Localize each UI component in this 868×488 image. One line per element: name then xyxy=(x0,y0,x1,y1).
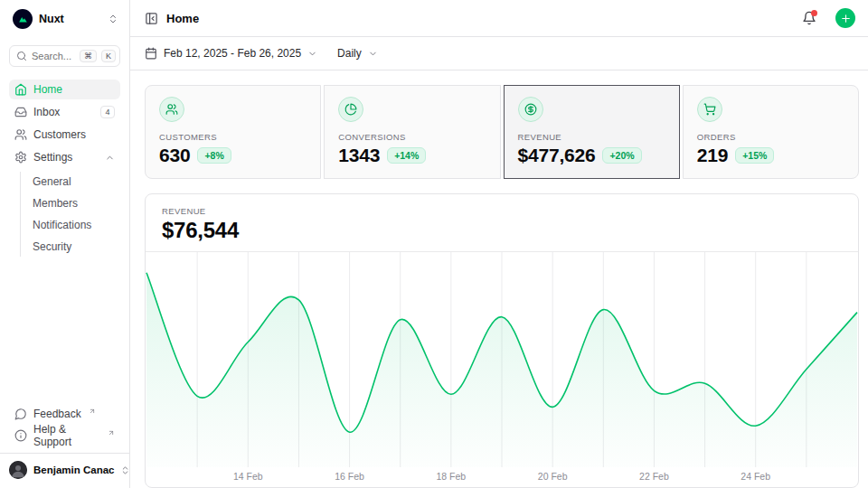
date-range-picker[interactable]: Feb 12, 2025 - Feb 26, 2025 xyxy=(145,47,317,60)
stat-delta-badge: +14% xyxy=(387,147,426,164)
stat-label: ORDERS xyxy=(697,132,844,142)
app-window: Nuxt ⌘ K Home Inbox 4 xyxy=(0,0,868,488)
stat-value: 1343 xyxy=(338,145,380,166)
sidebar-item-members[interactable]: Members xyxy=(29,193,120,213)
chart-metric-label: REVENUE xyxy=(162,206,842,216)
sidebar-item-security[interactable]: Security xyxy=(29,237,120,257)
page-header: Home xyxy=(130,0,868,37)
chevrons-up-down-icon xyxy=(108,14,118,24)
sidebar-spacer xyxy=(9,257,120,404)
dollar-circle-icon xyxy=(518,97,543,122)
stat-value: 630 xyxy=(159,145,190,166)
external-link-icon xyxy=(89,408,96,415)
nav-label: Help & Support xyxy=(33,423,100,448)
stat-delta-badge: +15% xyxy=(735,147,774,164)
workspace-selector[interactable]: Nuxt xyxy=(9,7,120,31)
stat-delta-badge: +20% xyxy=(602,147,641,164)
stat-delta-badge: +8% xyxy=(197,147,231,164)
stat-label: REVENUE xyxy=(518,132,665,142)
stat-label: CONVERSIONS xyxy=(338,132,486,142)
external-link-icon xyxy=(108,429,115,436)
content-area: CUSTOMERS 630 +8% CONVERSIONS 1343 +14% xyxy=(130,70,868,488)
search-box[interactable]: ⌘ K xyxy=(9,45,120,67)
filter-toolbar: Feb 12, 2025 - Feb 26, 2025 Daily xyxy=(130,37,868,70)
chevron-down-icon xyxy=(368,49,378,59)
nuxt-logo-icon xyxy=(13,9,33,29)
kbd-cmd: ⌘ xyxy=(80,50,97,62)
date-range-label: Feb 12, 2025 - Feb 26, 2025 xyxy=(164,47,301,60)
sidebar-item-home[interactable]: Home xyxy=(9,80,120,99)
stat-value: $477,626 xyxy=(518,145,596,166)
stat-card-revenue[interactable]: REVENUE $477,626 +20% xyxy=(504,85,680,179)
users-icon xyxy=(159,97,184,122)
nav-label: Settings xyxy=(33,151,72,164)
nav-label: Notifications xyxy=(33,219,91,231)
chart-metric-value: $76,544 xyxy=(162,218,842,243)
user-menu[interactable]: Benjamin Canac xyxy=(0,453,129,483)
nav-label: General xyxy=(33,175,71,188)
nav-label: Feedback xyxy=(33,408,81,420)
nav-label: Security xyxy=(33,240,71,253)
search-icon xyxy=(16,51,27,61)
pie-chart-icon xyxy=(338,97,363,122)
search-input[interactable] xyxy=(32,51,75,61)
users-icon xyxy=(14,128,27,141)
x-axis-label: 24 Feb xyxy=(741,471,770,482)
message-circle-icon xyxy=(14,408,27,420)
sidebar-nav: Home Inbox 4 Customers Settings xyxy=(9,80,120,257)
sidebar-item-customers[interactable]: Customers xyxy=(9,125,120,145)
add-button[interactable] xyxy=(835,8,855,28)
inbox-count-badge: 4 xyxy=(100,106,115,118)
stat-card-customers[interactable]: CUSTOMERS 630 +8% xyxy=(145,85,321,179)
revenue-chart-card: REVENUE $76,544 14 Feb16 Feb18 Feb20 Feb… xyxy=(145,193,859,488)
nav-label: Inbox xyxy=(33,106,60,118)
plus-icon xyxy=(840,13,852,24)
revenue-area-chart xyxy=(146,252,858,467)
settings-submenu: General Members Notifications Security xyxy=(20,172,120,257)
stat-value: 219 xyxy=(697,145,728,166)
x-axis-label: 22 Feb xyxy=(639,471,669,482)
kbd-k: K xyxy=(101,50,116,62)
x-axis-label: 20 Feb xyxy=(538,471,568,482)
stats-row: CUSTOMERS 630 +8% CONVERSIONS 1343 +14% xyxy=(145,85,859,179)
sidebar-item-settings[interactable]: Settings xyxy=(9,147,120,167)
sidebar-footer-links: Feedback Help & Support xyxy=(9,404,120,453)
user-name: Benjamin Canac xyxy=(33,465,114,475)
collapse-sidebar-icon[interactable] xyxy=(145,12,158,25)
nav-label: Members xyxy=(33,197,78,210)
notification-dot xyxy=(811,10,817,16)
stat-card-conversions[interactable]: CONVERSIONS 1343 +14% xyxy=(324,85,500,179)
period-label: Daily xyxy=(337,47,362,60)
sidebar-item-general[interactable]: General xyxy=(29,172,120,192)
inbox-icon xyxy=(14,106,27,118)
chart-header: REVENUE $76,544 xyxy=(146,194,858,252)
nav-label: Home xyxy=(33,83,62,96)
chart-x-axis: 14 Feb16 Feb18 Feb20 Feb22 Feb24 Feb xyxy=(146,467,858,487)
stat-label: CUSTOMERS xyxy=(159,132,307,142)
x-axis-label: 14 Feb xyxy=(233,471,263,482)
sidebar-item-inbox[interactable]: Inbox 4 xyxy=(9,102,120,122)
calendar-icon xyxy=(145,47,157,60)
chevron-down-icon xyxy=(307,49,317,59)
sidebar: Nuxt ⌘ K Home Inbox 4 xyxy=(0,0,130,488)
help-support-link[interactable]: Help & Support xyxy=(9,426,120,446)
chart-plot-area[interactable] xyxy=(146,252,858,467)
feedback-link[interactable]: Feedback xyxy=(9,404,120,424)
gear-icon xyxy=(14,151,27,164)
sidebar-item-notifications[interactable]: Notifications xyxy=(29,215,120,235)
cart-icon xyxy=(697,97,722,122)
info-icon xyxy=(14,429,27,442)
notifications-button[interactable] xyxy=(802,11,816,25)
chevron-up-icon xyxy=(105,153,115,163)
period-select[interactable]: Daily xyxy=(337,47,378,60)
x-axis-label: 18 Feb xyxy=(436,471,466,482)
main-panel: Home Feb 12, 2025 - Feb 26, 2025 Daily xyxy=(130,0,868,488)
stat-card-orders[interactable]: ORDERS 219 +15% xyxy=(683,85,859,179)
page-title: Home xyxy=(166,12,794,25)
chevrons-up-down-icon xyxy=(120,465,130,475)
nav-label: Customers xyxy=(33,128,86,141)
avatar xyxy=(9,461,27,479)
x-axis-label: 16 Feb xyxy=(335,471,364,482)
home-icon xyxy=(14,83,27,96)
workspace-name: Nuxt xyxy=(39,13,101,25)
